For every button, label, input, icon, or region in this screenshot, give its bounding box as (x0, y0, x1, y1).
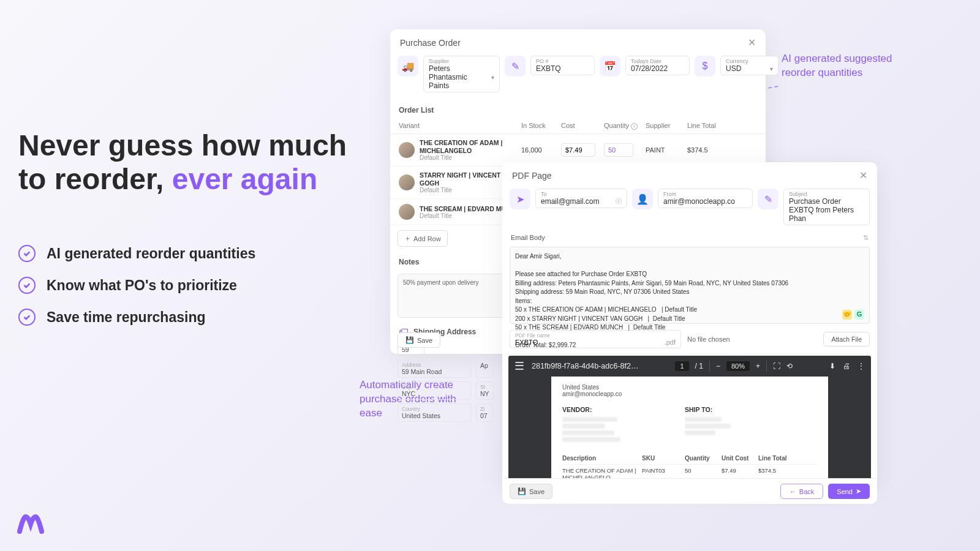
save-icon: 💾 (405, 336, 414, 344)
send-button[interactable]: Send➤ (828, 484, 870, 499)
zip-input[interactable]: Zi07 (476, 403, 493, 422)
save-button[interactable]: 💾Save (510, 484, 552, 499)
edit-icon[interactable]: ✎ (758, 189, 778, 209)
pdf-viewer: ☰ 281fb9f8-f7a8-4d4b-adc6-8f2… 1 / 1 − 8… (508, 356, 871, 478)
product-thumb (399, 204, 415, 220)
person-icon: 👤 (632, 189, 653, 209)
shipto-heading: SHIP TO: (685, 406, 758, 413)
cost-input[interactable] (561, 143, 595, 157)
fit-icon[interactable]: ⛶ (773, 362, 780, 370)
edit-icon[interactable]: ✎ (505, 56, 526, 77)
more-icon[interactable]: ⋮ (858, 362, 865, 370)
send-icon: ➤ (510, 189, 530, 209)
arrow-left-icon: ← (790, 488, 796, 495)
address-input[interactable]: Address59 Main Road (398, 359, 471, 378)
grammarly-icon[interactable]: G (854, 310, 864, 320)
email-body-textarea[interactable]: Dear Amir Sigari, Please see attached fo… (510, 247, 870, 324)
pdf-table-row: THE CREATION OF ADAM | MICHELAN-GELODefa… (562, 465, 817, 478)
quantity-input[interactable] (604, 143, 633, 157)
send-icon: ➤ (856, 487, 861, 495)
check-icon (18, 245, 36, 262)
state-input[interactable]: StNY (476, 381, 494, 400)
benefit-item: Know what PO's to prioritize (18, 277, 361, 294)
from-input[interactable]: Fromamir@monocleapp.co (658, 189, 753, 208)
clear-icon[interactable]: ⓧ (616, 197, 622, 206)
page-count: / 1 (695, 362, 703, 370)
page-input[interactable]: 1 (675, 361, 688, 371)
benefit-item: AI generated reorder quantities (18, 245, 361, 262)
print-icon[interactable]: 🖨 (843, 362, 850, 370)
save-icon: 💾 (518, 487, 526, 495)
product-thumb (399, 174, 415, 190)
plus-icon: ＋ (404, 234, 411, 243)
currency-select[interactable]: CurrencyUSD▾ (720, 56, 778, 75)
zoom-out-icon[interactable]: − (716, 362, 720, 370)
check-icon (18, 277, 36, 294)
zoom-level[interactable]: 80% (726, 361, 750, 371)
rotate-icon[interactable]: ⟲ (786, 362, 793, 370)
date-input[interactable]: Todays Date07/28/2022 (625, 56, 690, 75)
po-number-input[interactable]: PO #EXBTQ (530, 56, 595, 75)
apt-input[interactable]: Ap (476, 359, 493, 378)
pdf-page-card: PDF Page✕ ➤ Toemail@gmail.comⓧ 👤 Fromami… (502, 162, 877, 485)
attach-file-button[interactable]: Attach File (823, 332, 870, 347)
table-header: VariantIn StockCostQuantityiSupplierLine… (390, 118, 766, 134)
country-input[interactable]: CountryUnited States (398, 403, 471, 422)
headline: Never guess how much to reorder, ever ag… (18, 129, 361, 196)
pdf-table-header: DescriptionSKUQuantityUnit CostLine Tota… (562, 452, 817, 465)
city-input[interactable]: CityNYC (398, 381, 471, 400)
back-button[interactable]: ←Back (780, 484, 823, 499)
download-icon[interactable]: ⬇ (829, 362, 835, 370)
info-icon[interactable]: i (631, 123, 638, 130)
chevron-down-icon: ▾ (770, 66, 773, 72)
zoom-in-icon[interactable]: + (756, 362, 760, 370)
to-input[interactable]: Toemail@gmail.comⓧ (535, 189, 627, 208)
add-row-button[interactable]: ＋Add Row (398, 230, 448, 247)
order-list-heading: Order List (390, 100, 766, 118)
subject-input[interactable]: SubjectPurchase Order EXBTQ from Peters … (783, 189, 870, 225)
emoji-icon[interactable]: 🤝 (842, 310, 852, 320)
menu-icon[interactable]: ☰ (514, 359, 524, 373)
card-title: PDF Page (512, 171, 552, 181)
close-icon[interactable]: ✕ (748, 37, 756, 48)
supplier-select[interactable]: SupplierPeters Phantasmic Paints▾ (423, 56, 500, 92)
dollar-icon: $ (695, 56, 715, 77)
calendar-icon: 📅 (600, 56, 620, 77)
product-thumb (399, 142, 415, 158)
annotation-top: AI generated suggested reorder quantitie… (782, 52, 904, 80)
chevron-down-icon: ▾ (491, 74, 494, 81)
close-icon[interactable]: ✕ (859, 170, 867, 181)
truck-icon: 🚚 (398, 56, 418, 77)
brand-logo (17, 514, 44, 534)
check-icon (18, 309, 36, 326)
vendor-heading: VENDOR: (562, 406, 636, 413)
expand-icon[interactable]: ⇅ (863, 234, 869, 242)
pdf-filename: 281fb9f8-f7a8-4d4b-adc6-8f2… (532, 362, 638, 370)
save-button[interactable]: 💾Save (398, 332, 440, 348)
no-file-text: No file chosen (687, 335, 817, 343)
card-title: Purchase Order (400, 38, 461, 48)
benefit-item: Save time repurchasing (18, 309, 361, 326)
email-body-label: Email Body (511, 234, 545, 242)
